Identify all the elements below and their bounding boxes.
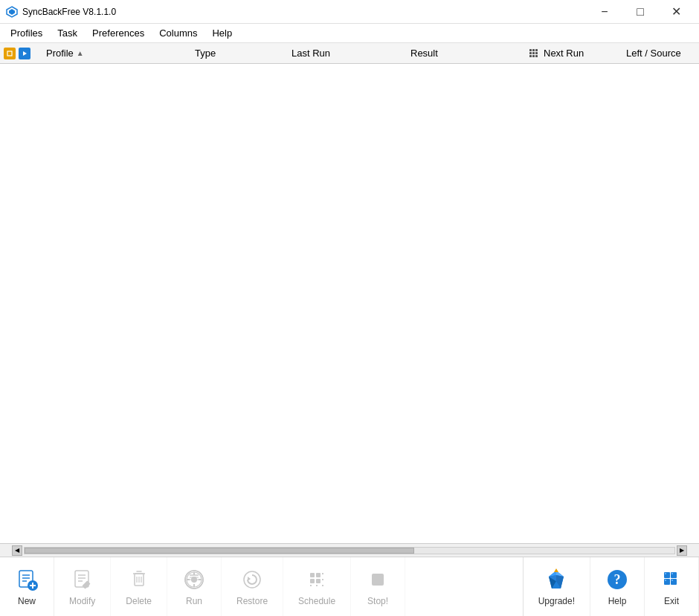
- menu-columns[interactable]: Columns: [152, 25, 204, 42]
- restore-icon: [240, 568, 264, 591]
- run-label: Run: [186, 596, 202, 606]
- svg-rect-61: [665, 580, 666, 581]
- svg-rect-38: [316, 579, 320, 583]
- sort-arrow-profile: ▲: [77, 49, 84, 57]
- orange-filter-icon[interactable]: [3, 47, 16, 60]
- scroll-right-button[interactable]: ▶: [677, 545, 687, 556]
- svg-rect-60: [671, 573, 673, 574]
- svg-rect-36: [316, 573, 320, 577]
- title-bar: SyncBackFree V8.1.1.0 − □ ✕: [0, 0, 699, 24]
- title-bar-controls: − □ ✕: [587, 0, 693, 24]
- svg-marker-34: [248, 577, 251, 581]
- svg-point-33: [244, 571, 260, 588]
- app-title: SyncBackFree V8.1.1.0: [22, 7, 116, 17]
- svg-rect-37: [310, 579, 315, 583]
- menu-help[interactable]: Help: [204, 25, 239, 42]
- help-icon: ?: [605, 568, 629, 591]
- upgrade-button[interactable]: Upgrade!: [524, 557, 590, 616]
- menu-preferences[interactable]: Preferences: [85, 25, 152, 42]
- delete-label: Delete: [126, 596, 152, 606]
- app-icon: [6, 6, 18, 18]
- scroll-thumb[interactable]: [25, 548, 414, 554]
- schedule-button[interactable]: Schedule: [283, 557, 351, 616]
- svg-text:?: ?: [614, 572, 621, 587]
- col-header-result[interactable]: Result: [405, 48, 524, 59]
- run-button[interactable]: Run: [167, 557, 222, 616]
- new-label: New: [18, 596, 36, 606]
- run-icon: [182, 568, 206, 591]
- toolbar-left-group: New Modify: [0, 557, 523, 616]
- svg-rect-59: [665, 573, 666, 574]
- svg-rect-30: [193, 584, 195, 587]
- help-button[interactable]: ? Help: [590, 557, 645, 616]
- svg-marker-52: [554, 568, 558, 572]
- schedule-icon: [305, 568, 329, 591]
- modify-label: Modify: [69, 596, 95, 606]
- col-header-leftsource[interactable]: Left / Source: [620, 48, 696, 59]
- blue-play-triangle: [21, 50, 28, 57]
- scroll-track[interactable]: [24, 547, 675, 554]
- svg-rect-41: [310, 585, 312, 586]
- svg-rect-31: [187, 579, 190, 580]
- col-header-type[interactable]: Type: [189, 48, 286, 59]
- menu-bar: Profiles Task Preferences Columns Help: [0, 24, 699, 43]
- svg-rect-29: [193, 572, 195, 575]
- svg-marker-3: [23, 51, 27, 56]
- column-icon-group: [3, 47, 40, 60]
- svg-rect-62: [671, 580, 673, 581]
- schedule-label: Schedule: [298, 596, 335, 606]
- exit-button[interactable]: Exit: [645, 557, 699, 616]
- stop-icon: [366, 568, 390, 591]
- menu-profiles[interactable]: Profiles: [3, 25, 50, 42]
- restore-button[interactable]: Restore: [222, 557, 283, 616]
- col-header-lastrun[interactable]: Last Run: [286, 48, 405, 59]
- exit-label: Exit: [664, 596, 679, 606]
- title-bar-left: SyncBackFree V8.1.1.0: [6, 6, 116, 18]
- scroll-left-button[interactable]: ◀: [12, 545, 22, 556]
- svg-point-28: [191, 577, 197, 583]
- svg-rect-44: [372, 574, 384, 586]
- new-icon: [15, 568, 39, 591]
- stop-label: Stop!: [367, 596, 388, 606]
- svg-rect-2: [7, 51, 12, 56]
- svg-rect-32: [199, 579, 202, 580]
- main-content-area: [0, 64, 699, 543]
- minimize-button[interactable]: −: [587, 0, 622, 24]
- orange-box-icon: [6, 50, 13, 57]
- blue-play-icon[interactable]: [18, 47, 31, 60]
- exit-icon: [660, 568, 683, 591]
- stop-button[interactable]: Stop!: [351, 557, 405, 616]
- new-button[interactable]: New: [0, 557, 54, 616]
- table-header: Profile ▲ Type Last Run Result Next Run …: [0, 43, 699, 64]
- menu-task[interactable]: Task: [50, 25, 85, 42]
- svg-rect-39: [322, 573, 323, 574]
- modify-button[interactable]: Modify: [54, 557, 111, 616]
- modify-icon: [71, 568, 94, 591]
- close-button[interactable]: ✕: [659, 0, 693, 24]
- svg-rect-40: [322, 579, 323, 580]
- restore-label: Restore: [236, 596, 268, 606]
- delete-button[interactable]: Delete: [111, 557, 167, 616]
- upgrade-icon: [544, 568, 568, 591]
- grid-dots-icon: [529, 49, 538, 57]
- svg-rect-42: [316, 585, 318, 586]
- delete-icon: [127, 568, 151, 591]
- toolbar-right-group: Upgrade! ? Help: [523, 557, 699, 616]
- bottom-toolbar: New Modify: [0, 557, 699, 616]
- col-header-nextrun[interactable]: Next Run: [524, 48, 620, 59]
- svg-marker-1: [9, 9, 15, 15]
- svg-rect-35: [310, 573, 315, 577]
- horizontal-scrollbar[interactable]: ◀ ▶: [0, 543, 699, 557]
- help-label: Help: [608, 596, 627, 606]
- col-header-profile[interactable]: Profile ▲: [40, 48, 189, 59]
- upgrade-label: Upgrade!: [538, 596, 575, 606]
- svg-rect-43: [322, 585, 323, 586]
- maximize-button[interactable]: □: [623, 0, 657, 24]
